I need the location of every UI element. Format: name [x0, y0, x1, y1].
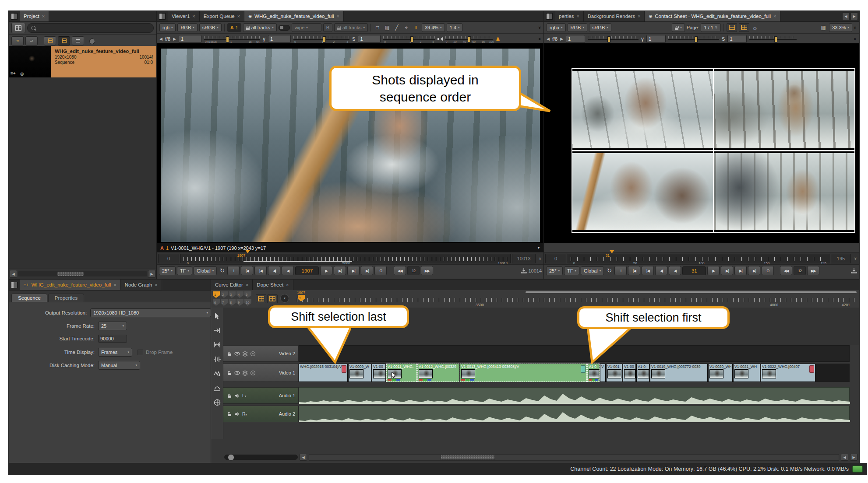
sort-order-button[interactable]: ≡↑	[25, 36, 38, 46]
tag-marker-3[interactable]: 3	[229, 291, 236, 298]
disk-cache-icon[interactable]	[250, 351, 256, 357]
gain-slider[interactable]	[588, 35, 639, 43]
go-to-end-button[interactable]: ▶|	[361, 266, 373, 275]
saturation-input[interactable]: 1	[727, 35, 747, 43]
gain-input[interactable]: 1	[566, 35, 585, 43]
timeline-hscroll-indicator[interactable]	[526, 291, 857, 293]
view-grid-button[interactable]	[44, 36, 56, 46]
sync-tool-icon[interactable]	[213, 399, 221, 406]
razor-tool-icon[interactable]	[213, 370, 221, 378]
clear-rows-button[interactable]	[727, 23, 737, 32]
track-content-audio1[interactable]	[299, 387, 850, 404]
next-edit-button[interactable]: ▶|	[734, 266, 747, 275]
zoom-slider-knob[interactable]	[228, 454, 234, 461]
track-content-video2[interactable]	[299, 345, 850, 362]
gain-input[interactable]: 1	[179, 35, 201, 43]
timeline-clip[interactable]: V1-0021_WH	[733, 364, 760, 382]
contact-sheet-shot-3[interactable]	[572, 151, 713, 232]
sort-az-button[interactable]: ᵃz	[11, 36, 24, 46]
zoom-dropdown[interactable]: 39.4%▾	[422, 23, 445, 32]
tag-marker-7[interactable]: 7	[221, 299, 228, 306]
layers-icon[interactable]	[242, 351, 248, 357]
scroll-left-icon[interactable]: ◀	[10, 270, 17, 278]
scroll-thumb[interactable]	[57, 272, 84, 276]
collapse-chevron-icon[interactable]: »	[853, 38, 858, 40]
tag-marker-8[interactable]: 8	[229, 299, 236, 306]
loop-mode-icon[interactable]: ↻	[605, 267, 613, 274]
tab-background-renders[interactable]: Background Renders×	[584, 11, 645, 21]
input-a-indicator[interactable]: A1	[227, 23, 241, 32]
display-dropdown[interactable]: RGB▾	[177, 23, 197, 32]
tab-sequence-editor[interactable]: ≡+ WHG_edit_nuke_feature_video_full ×	[20, 280, 121, 290]
step-back-button[interactable]: ◀|	[655, 266, 667, 275]
speaker-icon[interactable]	[234, 411, 240, 417]
range-in-box[interactable]: 0	[158, 254, 179, 263]
tab-contact-sheet[interactable]: ◉ Contact Sheet - WHG_edit_nuke_feature_…	[645, 11, 780, 21]
timeline-clip[interactable]: V1-0009_W	[348, 364, 371, 382]
lock-icon[interactable]	[226, 370, 232, 376]
collapse-chevron-icon[interactable]: »	[853, 257, 858, 260]
timeline-clip[interactable]: WHG.[002915-003104]/V	[299, 364, 348, 382]
fps-dropdown[interactable]: 25*▾	[159, 266, 176, 275]
speaker-icon[interactable]	[234, 393, 240, 399]
collapse-chevron-icon[interactable]: »	[537, 26, 543, 29]
close-icon[interactable]: ×	[286, 283, 289, 287]
collapse-chevron-icon[interactable]: »	[853, 26, 858, 29]
range-in-box[interactable]: 0	[545, 254, 566, 263]
visibility-eye-icon[interactable]	[234, 351, 240, 357]
subtab-sequence[interactable]: Sequence	[11, 294, 47, 302]
gamma-slider[interactable]: 0124	[293, 35, 349, 43]
go-to-end-button[interactable]: ▶|	[748, 266, 760, 275]
frame-step-value[interactable]: 12	[407, 266, 420, 275]
play-button[interactable]: ▶	[320, 266, 332, 275]
lut-dropdown[interactable]: sRGB▾	[589, 23, 611, 32]
close-icon[interactable]: ×	[773, 14, 776, 19]
tag-marker-10[interactable]: 10	[244, 299, 251, 306]
flipbook-export-icon[interactable]	[521, 268, 527, 273]
panel-menu-icon[interactable]	[11, 13, 18, 20]
subtab-properties[interactable]: Properties	[48, 294, 84, 302]
tab-node-graph[interactable]: Node Graph×	[121, 280, 162, 290]
contact-sheet-image-area[interactable]	[544, 43, 859, 243]
viewer-status-line[interactable]: A 1 V1-0001_WHG/V1 - 1907 (190 x=2043 y=…	[157, 243, 544, 252]
track-header-audio1[interactable]: L▾ Audio 1	[223, 387, 299, 404]
settings-gear-icon[interactable]: ☼	[751, 24, 759, 31]
loop-mode-icon[interactable]: ↻	[218, 267, 226, 274]
tab-scroll-left-icon[interactable]: ◀	[842, 12, 850, 20]
start-timecode-input[interactable]: 90000	[98, 335, 127, 343]
contact-sheet-shot-2[interactable]	[714, 69, 855, 150]
track-header-video1[interactable]: Video 1	[223, 364, 299, 382]
view-list-button[interactable]	[72, 36, 84, 46]
status-dropdown-icon[interactable]: ▼	[537, 246, 540, 250]
scroll-left-icon[interactable]: ◀	[300, 454, 307, 461]
move-tool-icon[interactable]	[213, 326, 221, 334]
visibility-eye-icon[interactable]	[234, 370, 240, 376]
drop-frame-checkbox[interactable]	[138, 350, 143, 355]
lut-dropdown[interactable]: sRGB▾	[199, 23, 222, 32]
retime-tool-icon[interactable]	[213, 384, 221, 392]
scroll-right-icon[interactable]: ▶	[850, 454, 857, 461]
frame-step-value[interactable]: 12	[794, 266, 806, 275]
tag-marker-2[interactable]: 2	[221, 291, 228, 298]
next-edit-button[interactable]: ▶|	[347, 266, 360, 275]
viewer-timeline-ruler[interactable]: 0 0 5000 10013 1907 10013 »	[157, 252, 544, 265]
tag-marker-1[interactable]: 1	[213, 291, 220, 298]
timecode-mode-dropdown[interactable]: TF▾	[177, 266, 192, 275]
project-scrollbar[interactable]: ◀ ▶	[9, 269, 156, 279]
proxy-dropdown[interactable]: 1:4▾	[447, 23, 463, 32]
close-icon[interactable]: ×	[577, 14, 579, 19]
decrement-step-button[interactable]: ◀◀	[780, 266, 792, 275]
tab-export-queue[interactable]: Export Queue×	[200, 11, 244, 21]
audio-channel-selector[interactable]: L▾	[242, 393, 246, 398]
timeline-clip[interactable]: V1-001	[606, 364, 622, 382]
gamma-input[interactable]: 1	[646, 35, 666, 43]
pause-render-icon[interactable]: ‖	[412, 25, 420, 30]
contact-sheet-shot-4[interactable]	[714, 151, 855, 232]
tab-viewer-sequence[interactable]: ◉ WHG_edit_nuke_feature_video_full×	[244, 11, 344, 21]
tag-marker-5[interactable]: 5	[244, 291, 251, 298]
mask-overlay-icon[interactable]: ▨	[819, 24, 827, 31]
decrement-step-button[interactable]: ◀◀	[394, 266, 406, 275]
audio-channel-selector[interactable]: R▾	[242, 411, 247, 416]
frame-rate-dropdown[interactable]: 25▾	[98, 322, 127, 330]
display-dropdown[interactable]: RGB▾	[568, 23, 587, 32]
